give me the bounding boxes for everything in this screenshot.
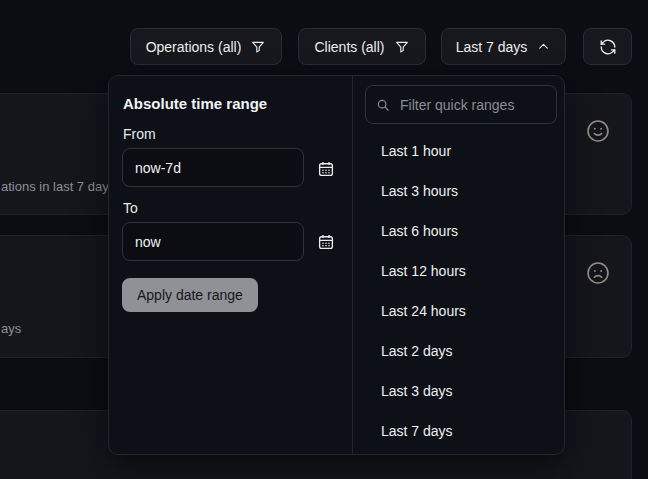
quick-ranges-pane: Last 1 hour Last 3 hours Last 6 hours La… <box>353 76 564 454</box>
happy-face-icon <box>585 118 611 144</box>
quick-range-item[interactable]: Last 7 days <box>353 411 564 451</box>
quick-range-item[interactable]: Last 6 hours <box>353 211 564 251</box>
operations-filter-button[interactable]: Operations (all) <box>130 28 282 65</box>
quick-range-item[interactable]: Last 3 days <box>353 371 564 411</box>
stats-card-subtitle: ays <box>1 321 21 336</box>
quick-range-item[interactable]: Last 24 hours <box>353 291 564 331</box>
from-label: From <box>123 127 156 142</box>
filter-funnel-icon <box>394 39 410 55</box>
quick-range-search[interactable] <box>365 85 557 124</box>
stats-card-subtitle: ations in last 7 days <box>1 179 115 194</box>
quick-range-item[interactable]: Last 2 days <box>353 331 564 371</box>
absolute-range-title: Absolute time range <box>123 96 267 112</box>
search-icon <box>376 98 390 112</box>
filter-funnel-icon <box>250 39 266 55</box>
app-root: ations in last 7 days ays Operations (al… <box>0 0 648 479</box>
clients-filter-label: Clients (all) <box>314 39 384 55</box>
time-range-label: Last 7 days <box>456 39 528 55</box>
from-input[interactable] <box>122 148 304 187</box>
chevron-up-icon <box>536 39 551 54</box>
absolute-time-range-pane: Absolute time range From To <box>109 76 353 454</box>
quick-range-item[interactable]: Last 3 hours <box>353 171 564 211</box>
quick-range-item[interactable]: Last 12 hours <box>353 251 564 291</box>
quick-range-list: Last 1 hour Last 3 hours Last 6 hours La… <box>353 131 564 451</box>
time-range-button[interactable]: Last 7 days <box>441 28 566 65</box>
refresh-button[interactable] <box>583 28 632 65</box>
quick-range-filter-input[interactable] <box>398 96 546 114</box>
clients-filter-button[interactable]: Clients (all) <box>298 28 426 65</box>
quick-range-item[interactable]: Last 1 hour <box>353 131 564 171</box>
from-calendar-button[interactable] <box>315 158 337 180</box>
time-range-dropdown: Absolute time range From To <box>108 75 565 455</box>
operations-filter-label: Operations (all) <box>146 39 242 55</box>
to-input[interactable] <box>122 222 304 261</box>
refresh-icon <box>599 38 617 56</box>
calendar-icon <box>317 160 335 178</box>
to-label: To <box>123 201 138 216</box>
sad-face-icon <box>585 260 611 286</box>
to-calendar-button[interactable] <box>315 231 337 253</box>
apply-date-range-button[interactable]: Apply date range <box>122 278 258 312</box>
calendar-icon <box>317 233 335 251</box>
